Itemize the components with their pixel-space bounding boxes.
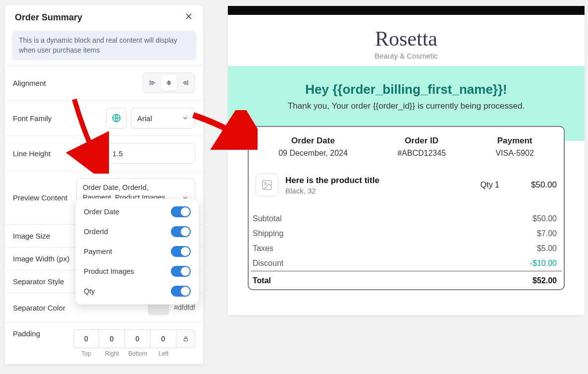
preview-content-label: Preview Content xyxy=(13,193,67,202)
preview-topbar xyxy=(228,6,585,15)
dynamic-block-notice: This is a dynamic block and real content… xyxy=(12,31,196,60)
line-height-input[interactable] xyxy=(106,143,195,164)
panel-header: Order Summary xyxy=(5,5,203,28)
brand-tagline: Beauty & Cosmetic xyxy=(228,52,585,60)
hero-subtext: Thank you, Your order {{order_id}} is cu… xyxy=(228,101,585,111)
alignment-label: Alignment xyxy=(13,79,46,87)
totals-section: Subtotal$50.00 Shipping$7.00 Taxes$5.00 … xyxy=(249,211,564,289)
order-head-col: Order ID #ABCD12345 xyxy=(397,136,446,158)
total-row-grand: Total$52.00 xyxy=(251,271,562,289)
annotation-arrow xyxy=(64,94,109,174)
product-qty: Qty 1 xyxy=(481,181,499,189)
order-head-col: Order Date 09 December, 2024 xyxy=(278,136,348,158)
hero-heading: Hey {{order_billing_first_name}}! xyxy=(228,82,585,97)
separator-color-label: Separator Color xyxy=(13,304,65,312)
preview-option: Product Images xyxy=(76,261,199,281)
image-icon xyxy=(261,179,273,191)
toggle-qty[interactable] xyxy=(171,286,191,297)
preview-option: OrderId xyxy=(76,222,199,242)
product-variant: Black, 32 xyxy=(285,187,474,195)
email-preview: Rosetta Beauty & Cosmetic Hey {{order_bi… xyxy=(228,6,585,315)
font-family-label: Font Family xyxy=(13,114,52,123)
font-family-value: Arial xyxy=(137,114,152,123)
align-center-button[interactable] xyxy=(161,75,177,91)
separator-style-label: Separator Style xyxy=(13,277,64,286)
svg-point-8 xyxy=(265,183,267,185)
preview-content-popover: Order Date OrderId Payment Product Image… xyxy=(75,198,199,305)
font-family-select[interactable]: Arial xyxy=(131,108,195,128)
brand-name: Rosetta xyxy=(228,27,585,51)
brand-header: Rosetta Beauty & Cosmetic xyxy=(228,15,585,66)
align-right-button[interactable] xyxy=(177,75,193,91)
order-head-col: Payment VISA-5902 xyxy=(495,136,534,158)
product-image-placeholder xyxy=(256,174,278,196)
padding-top-input[interactable] xyxy=(73,329,99,348)
product-row: Here is the product title Black, 32 Qty … xyxy=(249,165,564,211)
order-summary-block[interactable]: Order Date 09 December, 2024 Order ID #A… xyxy=(248,126,565,290)
svg-rect-1 xyxy=(184,338,187,341)
padding-label: Padding xyxy=(13,329,40,338)
padding-bottom-input[interactable] xyxy=(125,329,151,348)
order-head: Order Date 09 December, 2024 Order ID #A… xyxy=(249,136,564,165)
close-icon[interactable] xyxy=(184,12,193,23)
image-width-label: Image Width (px) xyxy=(13,254,69,263)
toggle-order-date[interactable] xyxy=(171,206,191,217)
preview-option: Qty xyxy=(76,281,199,301)
padding-right-input[interactable] xyxy=(99,329,125,348)
total-row: Subtotal$50.00 xyxy=(251,211,562,226)
toggle-payment[interactable] xyxy=(171,246,191,257)
total-row: Shipping$7.00 xyxy=(251,226,562,241)
settings-panel: Order Summary This is a dynamic block an… xyxy=(5,5,203,364)
preview-option: Order Date xyxy=(76,202,199,222)
preview-option: Payment xyxy=(76,242,199,261)
toggle-order-id[interactable] xyxy=(171,226,191,237)
line-height-label: Line Height xyxy=(13,149,51,158)
padding-left-input[interactable] xyxy=(151,329,176,348)
alignment-group xyxy=(143,72,195,93)
font-source-button[interactable] xyxy=(106,108,127,128)
total-row-discount: Discount-$10.00 xyxy=(251,256,562,271)
total-row: Taxes$5.00 xyxy=(251,241,562,256)
panel-title: Order Summary xyxy=(15,12,82,23)
align-left-button[interactable] xyxy=(145,75,161,91)
padding-inputs: Top Right Bottom Left xyxy=(73,329,195,357)
lock-icon xyxy=(182,335,189,342)
image-size-label: Image Size xyxy=(13,232,50,240)
padding-lock-button[interactable] xyxy=(176,329,195,348)
toggle-product-images[interactable] xyxy=(171,266,191,277)
row-padding: Padding Top Right Bottom Left xyxy=(5,322,203,364)
product-title: Here is the product title xyxy=(285,176,474,186)
chevron-down-icon xyxy=(182,115,189,122)
annotation-arrow xyxy=(188,110,258,150)
product-price: $50.00 xyxy=(531,180,557,190)
separator-color-value: #dfdfdf xyxy=(174,304,195,312)
